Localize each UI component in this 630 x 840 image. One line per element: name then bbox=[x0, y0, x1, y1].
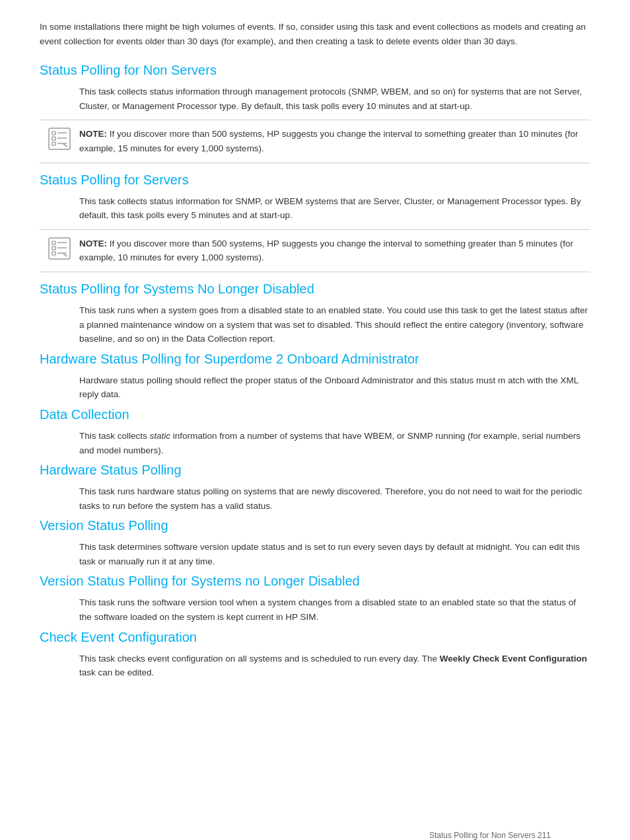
section-body-no-longer-disabled: This task runs when a system goes from a… bbox=[79, 303, 590, 346]
section-heading-data-collection: Data Collection bbox=[40, 407, 590, 422]
section-hardware-status-superdome: Hardware Status Polling for Superdome 2 … bbox=[40, 352, 590, 402]
section-check-event-configuration: Check Event Configuration This task chec… bbox=[40, 630, 590, 680]
section-body-version-status-polling-disabled: This task runs the software version tool… bbox=[79, 595, 590, 624]
section-body-non-servers: This task collects status information th… bbox=[79, 85, 590, 113]
data-collection-text-1: This task collects bbox=[79, 431, 150, 441]
section-version-status-polling-disabled: Version Status Polling for Systems no Lo… bbox=[40, 574, 590, 624]
page-wrapper: In some installations there might be hig… bbox=[40, 20, 590, 840]
intro-paragraph: In some installations there might be hig… bbox=[40, 20, 590, 48]
svg-rect-1 bbox=[52, 132, 55, 135]
section-data-collection: Data Collection This task collects stati… bbox=[40, 407, 590, 457]
data-collection-italic: static bbox=[150, 431, 171, 441]
section-body-data-collection: This task collects static information fr… bbox=[79, 429, 590, 457]
note-content-servers: NOTE: If you discover more than 500 syst… bbox=[79, 237, 582, 265]
svg-rect-8 bbox=[52, 241, 55, 245]
note-text-non-servers: If you discover more than 500 systems, H… bbox=[79, 129, 578, 153]
section-version-status-polling: Version Status Polling This task determi… bbox=[40, 518, 590, 568]
note-icon-non-servers bbox=[48, 127, 71, 151]
section-heading-servers: Status Polling for Servers bbox=[40, 172, 590, 188]
section-heading-non-servers: Status Polling for Non Servers bbox=[40, 63, 590, 78]
note-icon-servers bbox=[48, 237, 71, 260]
svg-rect-10 bbox=[52, 247, 55, 250]
section-heading-check-event-configuration: Check Event Configuration bbox=[40, 630, 590, 645]
note-box-servers: NOTE: If you discover more than 500 syst… bbox=[40, 229, 590, 272]
footer: Status Polling for Non Servers 211 bbox=[429, 831, 551, 840]
section-hardware-status-polling: Hardware Status Polling This task runs h… bbox=[40, 463, 590, 513]
svg-rect-3 bbox=[52, 137, 55, 140]
note-content-non-servers: NOTE: If you discover more than 500 syst… bbox=[79, 127, 582, 155]
section-heading-version-status-polling-disabled: Version Status Polling for Systems no Lo… bbox=[40, 574, 590, 589]
section-heading-version-status-polling: Version Status Polling bbox=[40, 518, 590, 533]
check-event-text-1: This task checks event configuration on … bbox=[79, 654, 440, 664]
note-box-non-servers: NOTE: If you discover more than 500 syst… bbox=[40, 120, 590, 163]
section-status-polling-servers: Status Polling for Servers This task col… bbox=[40, 172, 590, 272]
section-status-polling-non-servers: Status Polling for Non Servers This task… bbox=[40, 63, 590, 163]
note-label-non-servers: NOTE: bbox=[79, 129, 107, 139]
check-event-text-2: task can be edited. bbox=[79, 668, 154, 677]
svg-rect-5 bbox=[52, 142, 55, 145]
section-body-superdome: Hardware status polling should reflect t… bbox=[79, 373, 590, 402]
section-body-servers: This task collects status information fo… bbox=[79, 194, 590, 223]
check-event-bold: Weekly Check Event Configuration bbox=[440, 654, 587, 664]
section-body-check-event-configuration: This task checks event configuration on … bbox=[79, 652, 590, 680]
section-status-polling-no-longer-disabled: Status Polling for Systems No Longer Dis… bbox=[40, 282, 590, 346]
note-label-servers: NOTE: bbox=[79, 239, 107, 248]
section-heading-superdome: Hardware Status Polling for Superdome 2 … bbox=[40, 352, 590, 367]
note-text-servers: If you discover more than 500 systems, H… bbox=[79, 239, 573, 263]
section-heading-no-longer-disabled: Status Polling for Systems No Longer Dis… bbox=[40, 282, 590, 297]
svg-rect-12 bbox=[52, 252, 55, 255]
section-body-version-status-polling: This task determines software version up… bbox=[79, 540, 590, 568]
section-body-hardware-status-polling: This task runs hardware status polling o… bbox=[79, 484, 590, 513]
section-heading-hardware-status-polling: Hardware Status Polling bbox=[40, 463, 590, 478]
